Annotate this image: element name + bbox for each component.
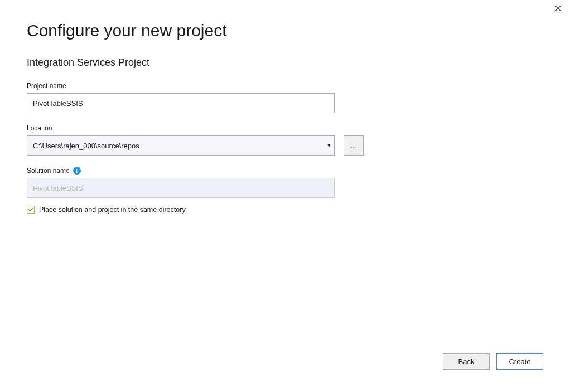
location-value: C:\Users\rajen_000\source\repos bbox=[27, 142, 324, 150]
dialog-content: Configure your new project Integration S… bbox=[27, 21, 542, 225]
project-name-input[interactable] bbox=[27, 93, 335, 113]
same-directory-checkbox[interactable] bbox=[27, 206, 35, 214]
browse-button[interactable]: ... bbox=[344, 135, 364, 156]
solution-name-input: PivotTableSSIS bbox=[27, 178, 335, 198]
browse-button-label: ... bbox=[351, 142, 357, 150]
project-template-subtitle: Integration Services Project bbox=[27, 57, 542, 69]
info-icon[interactable]: i bbox=[73, 167, 81, 175]
location-combo[interactable]: C:\Users\rajen_000\source\repos ▼ bbox=[27, 135, 335, 156]
create-button-label: Create bbox=[509, 357, 530, 366]
checkmark-icon bbox=[28, 207, 33, 212]
solution-name-value: PivotTableSSIS bbox=[33, 184, 83, 192]
page-title: Configure your new project bbox=[27, 21, 542, 40]
solution-name-label: Solution name bbox=[27, 167, 70, 175]
location-group: Location C:\Users\rajen_000\source\repos… bbox=[27, 124, 542, 156]
create-button[interactable]: Create bbox=[496, 353, 543, 370]
footer-buttons: Back Create bbox=[443, 353, 543, 370]
solution-name-group: Solution name i PivotTableSSIS Place sol… bbox=[27, 167, 542, 214]
project-name-label: Project name bbox=[27, 82, 542, 90]
location-row: C:\Users\rajen_000\source\repos ▼ ... bbox=[27, 135, 542, 156]
location-label: Location bbox=[27, 124, 542, 132]
close-icon[interactable] bbox=[554, 4, 562, 12]
back-button-label: Back bbox=[458, 357, 475, 366]
project-name-group: Project name bbox=[27, 82, 542, 113]
back-button[interactable]: Back bbox=[443, 353, 490, 370]
chevron-down-icon: ▼ bbox=[324, 143, 334, 148]
same-directory-checkbox-row[interactable]: Place solution and project in the same d… bbox=[27, 206, 542, 214]
same-directory-label: Place solution and project in the same d… bbox=[39, 206, 186, 214]
